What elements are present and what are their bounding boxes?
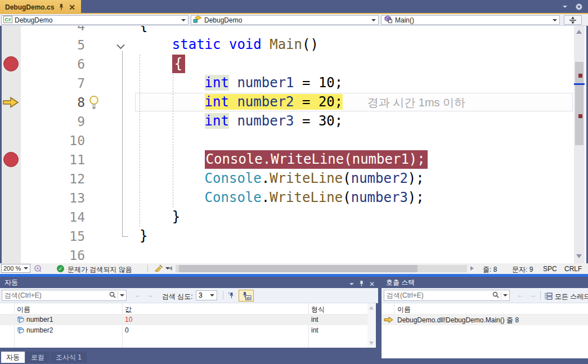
all-threads-label[interactable]: 모든 스레드 — [555, 292, 588, 302]
member-dropdown[interactable]: Main() — [381, 15, 560, 25]
stack-frame-row[interactable]: DebugDemo.dll!DebugDemo.Main() 줄 8 — [381, 314, 588, 325]
code-line[interactable]: Console.WriteLine(number1); — [140, 150, 428, 169]
collapse-chevron-icon[interactable] — [116, 42, 125, 52]
search-depth-value: 3 — [199, 291, 203, 299]
callstack-header: 이름 — [381, 303, 588, 314]
code-token: = — [294, 94, 318, 110]
document-tab-title: DebugDemo.cs — [5, 3, 54, 11]
split-editor-button[interactable] — [564, 15, 582, 25]
window-menu-chevron-icon[interactable] — [563, 6, 567, 8]
visual-studio-window: DebugDemo.cs ✕ C# DebugDemo DebugDemo — [0, 0, 588, 364]
code-line[interactable]: { — [140, 55, 185, 74]
code-token — [229, 94, 237, 110]
forward-arrow-icon[interactable]: → — [146, 291, 154, 299]
code-token: int — [205, 94, 229, 110]
code-line[interactable]: Console.WriteLine(number3); — [140, 188, 424, 208]
column-header-name[interactable]: 이름 — [397, 305, 411, 314]
line-number: 8 — [21, 93, 85, 112]
no-issues-check-icon[interactable]: ✓ — [57, 265, 64, 272]
breakpoint-indicator[interactable] — [3, 152, 19, 167]
search-icon[interactable] — [109, 290, 116, 300]
zoom-select[interactable]: 200 % — [1, 264, 30, 273]
chevron-down-icon[interactable] — [120, 294, 124, 296]
close-icon[interactable]: ✕ — [369, 281, 375, 287]
autos-vertical-scrollbar[interactable] — [367, 303, 376, 348]
stack-frame-text: DebugDemo.dll!DebugDemo.Main() 줄 8 — [397, 316, 519, 325]
all-threads-icon[interactable] — [545, 292, 553, 302]
window-position-chevron-icon[interactable] — [349, 283, 354, 285]
back-arrow-icon[interactable]: ← — [134, 291, 141, 299]
code-line[interactable]: int number3 = 30; — [140, 112, 343, 131]
autos-search-input[interactable] — [2, 291, 109, 299]
code-token: . — [262, 170, 270, 186]
code-editor[interactable]: 4{5 static void Main()6 {7 int number1 =… — [0, 26, 588, 263]
scrollbar-thumb[interactable] — [575, 62, 583, 145]
code-token: 경과 시간 1ms 이하 — [367, 96, 465, 109]
code-token — [140, 151, 205, 167]
column-header-name[interactable]: 이름 — [17, 305, 30, 314]
code-line[interactable]: { — [140, 26, 147, 35]
code-line[interactable]: static void Main() — [140, 35, 318, 55]
column-header-value[interactable]: 값 — [125, 305, 132, 314]
forward-arrow-icon[interactable]: → — [529, 291, 536, 299]
code-token: void — [229, 37, 262, 52]
broom-icon — [154, 264, 163, 272]
watch-tab-로컬[interactable]: 로컬 — [26, 352, 50, 363]
watch-value: 10 — [125, 316, 132, 323]
line-number: 15 — [21, 227, 85, 246]
type-dropdown[interactable]: DebugDemo — [191, 15, 379, 25]
watch-window-tabstrip: 자동로컬조사식 1 — [0, 352, 87, 363]
pin-values-toggle-button[interactable]: ab — [239, 290, 254, 302]
status-column-number: 문자: 9 — [512, 265, 533, 275]
scroll-up-arrow-icon[interactable] — [369, 306, 374, 309]
editor-vertical-scrollbar[interactable] — [574, 26, 585, 263]
search-depth-select[interactable]: 3 — [196, 290, 217, 300]
back-arrow-icon[interactable]: ← — [517, 291, 524, 299]
chevron-down-icon[interactable] — [503, 294, 508, 296]
pin-icon[interactable] — [59, 3, 64, 11]
document-tab-bar: DebugDemo.cs ✕ — [0, 0, 588, 14]
autos-search-box[interactable] — [2, 290, 127, 301]
callstack-search-box[interactable] — [384, 290, 510, 301]
scroll-right-arrow-icon[interactable] — [470, 266, 474, 271]
watch-name: number2 — [26, 326, 53, 334]
autos-title: 자동 — [0, 277, 378, 288]
scroll-down-arrow-icon[interactable] — [369, 341, 374, 345]
outline-guide-corner — [122, 236, 128, 237]
code-token — [229, 75, 237, 91]
svg-text:C#: C# — [5, 17, 11, 23]
watch-row[interactable]: number20int — [0, 325, 367, 336]
scroll-down-arrow-icon[interactable] — [576, 254, 582, 258]
gear-icon[interactable] — [575, 3, 583, 13]
code-line[interactable]: Console.WriteLine(number2); — [140, 169, 424, 188]
execution-pointer-icon[interactable] — [2, 96, 19, 111]
breakpoint-indicator[interactable] — [3, 56, 19, 71]
code-token: int — [205, 75, 229, 91]
callstack-search-input[interactable] — [384, 291, 492, 299]
editor-health-icon[interactable] — [34, 264, 42, 274]
divider — [540, 291, 541, 300]
pin-to-source-icon[interactable]: T — [227, 291, 234, 302]
chevron-down-icon — [181, 19, 186, 21]
document-tab[interactable]: DebugDemo.cs ✕ — [0, 0, 81, 14]
editor-horizontal-scrollbar[interactable] — [176, 265, 467, 272]
watch-name: number1 — [26, 316, 53, 323]
lightbulb-icon[interactable] — [88, 95, 100, 112]
code-token — [140, 94, 205, 110]
code-token: . — [262, 190, 270, 205]
close-icon[interactable]: ✕ — [69, 3, 75, 11]
watch-tab-조사식 1[interactable]: 조사식 1 — [51, 352, 87, 363]
column-header-type[interactable]: 형식 — [311, 305, 325, 314]
scrollbar-thumb[interactable] — [179, 265, 418, 272]
code-cleanup-button[interactable] — [154, 264, 170, 272]
scroll-left-arrow-icon[interactable] — [169, 266, 172, 271]
watch-row[interactable]: number110int — [0, 314, 367, 325]
code-line[interactable]: int number1 = 10; — [140, 74, 343, 93]
code-line[interactable]: } — [140, 208, 180, 227]
scroll-up-arrow-icon[interactable] — [576, 30, 582, 34]
project-dropdown[interactable]: C# DebugDemo — [1, 15, 188, 25]
watch-tab-자동[interactable]: 자동 — [1, 352, 25, 363]
search-icon[interactable] — [492, 290, 499, 300]
code-line[interactable]: } — [140, 227, 147, 246]
code-line[interactable]: int number2 = 20; 경과 시간 1ms 이하 — [140, 93, 465, 112]
